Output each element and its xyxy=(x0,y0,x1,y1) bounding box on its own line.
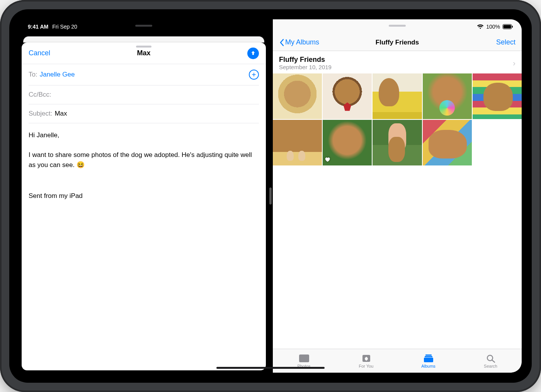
svg-point-4 xyxy=(302,357,303,358)
svg-rect-8 xyxy=(424,358,433,362)
photo-thumb[interactable] xyxy=(473,73,522,119)
arrow-up-icon xyxy=(250,50,256,56)
chevron-right-icon: › xyxy=(513,59,515,68)
compose-signature[interactable]: Sent from my iPad xyxy=(22,192,266,207)
tab-for-you[interactable]: For You xyxy=(351,354,382,368)
subject-value: Max xyxy=(54,110,67,118)
plus-icon xyxy=(251,72,257,77)
mail-app: 9:41 AM Fri Sep 20 Cancel Max xyxy=(19,19,268,373)
ccbcc-field[interactable]: Cc/Bcc: xyxy=(29,85,259,104)
ipad-bezel: 9:41 AM Fri Sep 20 Cancel Max xyxy=(9,9,532,383)
ccbcc-label: Cc/Bcc: xyxy=(29,91,51,99)
to-label: To: xyxy=(29,71,37,78)
photos-tab-bar: Photos For You Albums Search xyxy=(273,349,522,373)
to-field[interactable]: To: Janelle Gee xyxy=(29,64,259,85)
photo-thumb[interactable] xyxy=(423,73,472,119)
svg-point-9 xyxy=(487,355,493,361)
svg-rect-2 xyxy=(512,26,513,28)
photo-thumb[interactable] xyxy=(323,73,372,119)
status-time: 9:41 AM xyxy=(28,24,48,30)
album-name: Fluffy Friends xyxy=(279,56,332,64)
photo-thumb[interactable] xyxy=(273,73,322,119)
back-label: My Albums xyxy=(285,38,319,46)
add-contact-button[interactable] xyxy=(249,70,259,80)
svg-rect-7 xyxy=(425,356,432,357)
album-header[interactable]: Fluffy Friends September 10, 2019 › xyxy=(273,51,522,73)
cancel-button[interactable]: Cancel xyxy=(29,49,50,57)
chevron-left-icon xyxy=(279,39,284,46)
to-recipient[interactable]: Janelle Gee xyxy=(40,71,75,78)
photos-navbar: My Albums Fluffy Friends Select xyxy=(273,34,522,51)
background-card xyxy=(23,36,264,43)
tab-search[interactable]: Search xyxy=(475,354,506,368)
tab-label: Albums xyxy=(421,364,436,368)
photo-thumb[interactable] xyxy=(423,120,472,165)
ipad-screen: 9:41 AM Fri Sep 20 Cancel Max xyxy=(19,19,522,373)
multitask-pill-icon[interactable] xyxy=(135,25,152,27)
wifi-icon xyxy=(477,24,484,29)
status-bar-right: 100% xyxy=(273,19,522,34)
compose-title: Max xyxy=(22,49,266,57)
battery-icon xyxy=(502,24,513,29)
subject-field[interactable]: Subject: Max xyxy=(29,104,259,123)
tab-albums[interactable]: Albums xyxy=(413,354,444,368)
subject-label: Subject: xyxy=(29,110,52,118)
tab-photos[interactable]: Photos xyxy=(289,354,320,368)
favorite-heart-icon xyxy=(324,156,330,164)
photo-thumb[interactable] xyxy=(373,120,422,165)
battery-percent: 100% xyxy=(486,24,500,30)
multitask-pill-icon[interactable] xyxy=(389,25,406,27)
send-button[interactable] xyxy=(247,48,259,59)
status-bar-left: 9:41 AM Fri Sep 20 xyxy=(19,19,268,34)
tab-label: For You xyxy=(359,364,374,368)
compose-fields: To: Janelle Gee Cc/Bcc: Subject: Max xyxy=(22,64,266,123)
album-date: September 10, 2019 xyxy=(279,64,332,70)
photo-thumb[interactable] xyxy=(373,73,422,119)
compose-navbar: Cancel Max xyxy=(22,43,266,64)
photo-thumb[interactable] xyxy=(273,120,322,165)
compose-card: Cancel Max To: Janelle Gee xyxy=(22,43,266,370)
select-button[interactable]: Select xyxy=(496,38,515,46)
svg-rect-1 xyxy=(504,25,511,29)
ipad-device-frame: 9:41 AM Fri Sep 20 Cancel Max xyxy=(0,0,541,392)
svg-rect-6 xyxy=(425,355,432,356)
photo-grid xyxy=(273,73,522,349)
tab-label: Search xyxy=(484,364,497,368)
home-indicator[interactable] xyxy=(216,367,325,369)
split-view-divider[interactable] xyxy=(268,19,273,373)
photos-app: 100% My Albums Fluffy Friends Select xyxy=(273,19,522,373)
photo-thumb[interactable] xyxy=(323,120,372,165)
compose-body[interactable]: Hi Janelle, I want to share some photos … xyxy=(22,123,266,177)
status-date: Fri Sep 20 xyxy=(52,24,77,30)
back-button[interactable]: My Albums xyxy=(279,38,319,46)
